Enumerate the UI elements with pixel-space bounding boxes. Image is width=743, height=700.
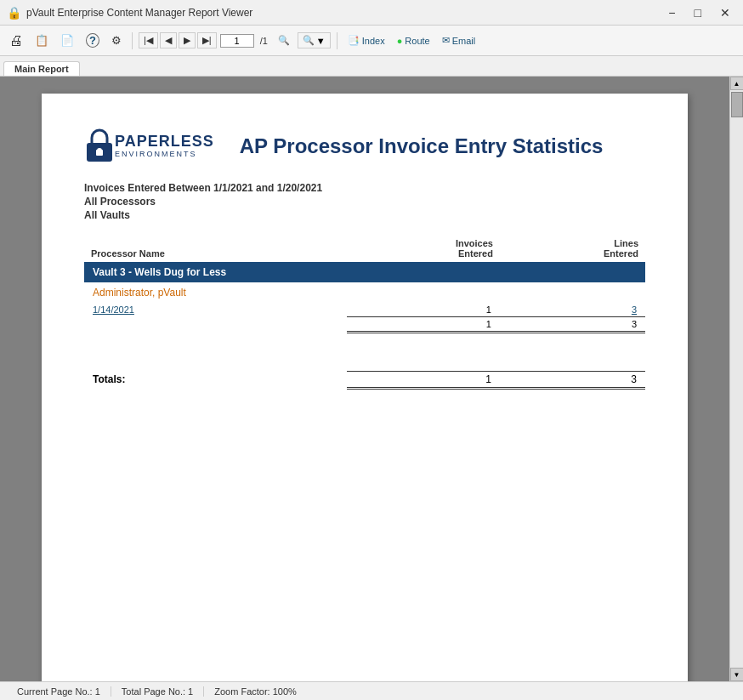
tab-bar: Main Report <box>0 56 743 77</box>
total-lines: 3 <box>500 371 645 388</box>
subtotal-invoices: 1 <box>347 317 500 333</box>
page-total-label: /1 <box>260 36 268 46</box>
index-label: Index <box>362 36 385 46</box>
toolbar-btn-2[interactable]: 📋 <box>31 31 53 49</box>
export-icon: 📋 <box>35 34 48 47</box>
nav-last-button[interactable]: ▶| <box>197 32 217 48</box>
totals-label: Totals: <box>84 371 347 388</box>
title-bar: 🔒 pVault Enterprise Content Manager Repo… <box>0 0 743 26</box>
processor-row: Administrator, pVault <box>84 282 645 303</box>
report-viewport[interactable]: PAPERLESS ENVIRONMENTS AP Processor Invo… <box>0 77 729 681</box>
col-invoices-entered: Invoices Entered <box>347 235 500 262</box>
app-icon: 🔒 <box>7 6 21 20</box>
copy-icon: 📄 <box>60 34 74 47</box>
svg-point-2 <box>97 148 102 153</box>
status-bar: Current Page No.: 1 Total Page No.: 1 Zo… <box>0 681 743 700</box>
close-button[interactable]: ✕ <box>714 3 736 22</box>
maximize-button[interactable]: □ <box>689 3 707 22</box>
zoom-status: Zoom Factor: 100% <box>204 686 307 697</box>
subtitle-date: Invoices Entered Between 1/1/2021 and 1/… <box>84 182 645 194</box>
window-title: pVault Enterprise Content Manager Report… <box>26 7 252 19</box>
subtotal-lines: 3 <box>500 317 645 333</box>
spacer-row-2 <box>84 354 645 371</box>
totals-double-lines <box>500 388 645 393</box>
zoom-icon: 🔍 <box>303 35 315 46</box>
report-page: PAPERLESS ENVIRONMENTS AP Processor Invo… <box>42 94 688 681</box>
invoices-count: 1 <box>347 303 500 317</box>
lines-count: 3 <box>500 303 645 317</box>
vertical-scrollbar[interactable]: ▲ ▼ <box>729 77 743 681</box>
logo-environments-text: ENVIRONMENTS <box>115 151 214 159</box>
nav-next-button[interactable]: ▶ <box>179 32 196 48</box>
nav-prev-button[interactable]: ◀ <box>160 32 177 48</box>
nav-first-button[interactable]: |◀ <box>139 32 158 48</box>
email-icon: ✉ <box>442 35 450 46</box>
separator-2 <box>337 32 337 49</box>
table-row: 1/14/2021 1 3 <box>84 303 645 317</box>
toolbar-btn-4[interactable]: ? <box>82 31 104 50</box>
email-button[interactable]: ✉ Email <box>438 32 480 48</box>
totals-double-underline-row <box>84 388 645 393</box>
print-icon: 🖨 <box>9 33 23 48</box>
scroll-down-button[interactable]: ▼ <box>730 668 744 681</box>
minimize-button[interactable]: − <box>662 3 681 22</box>
vault-header-row: Vault 3 - Wells Dug for Less <box>84 262 645 282</box>
toolbar-btn-5[interactable]: ⚙ <box>107 31 126 49</box>
index-button[interactable]: 📑 Index <box>343 32 389 48</box>
subtitle-vaults: All Vaults <box>84 209 645 221</box>
totals-row: Totals: 1 3 <box>84 371 645 388</box>
date-link[interactable]: 1/14/2021 <box>93 304 134 315</box>
zoom-arrow-icon: ▼ <box>316 36 326 46</box>
search-icon: 🔍 <box>278 35 290 46</box>
logo-lock-icon <box>84 128 115 165</box>
column-headers-row: Processor Name Invoices Entered Lines En… <box>84 235 645 262</box>
page-number-input[interactable] <box>220 34 254 48</box>
lines-link[interactable]: 3 <box>632 304 637 315</box>
total-invoices: 1 <box>347 371 500 388</box>
toolbar: 🖨 📋 📄 ? ⚙ |◀ ◀ ▶ ▶| /1 🔍 🔍 ▼ 📑 Index ● R… <box>0 26 743 56</box>
scroll-thumb[interactable] <box>731 92 743 117</box>
separator-1 <box>132 32 133 49</box>
zoom-button[interactable]: 🔍 ▼ <box>298 32 331 48</box>
report-subtitle: Invoices Entered Between 1/1/2021 and 1/… <box>84 182 645 221</box>
logo-area: PAPERLESS ENVIRONMENTS <box>84 128 214 165</box>
scroll-up-button[interactable]: ▲ <box>730 77 744 90</box>
help-icon: ? <box>86 33 99 48</box>
main-area: PAPERLESS ENVIRONMENTS AP Processor Invo… <box>0 77 743 681</box>
search-button[interactable]: 🔍 <box>274 32 294 48</box>
processor-name: Administrator, pVault <box>84 282 645 303</box>
index-icon: 📑 <box>348 35 360 46</box>
current-page-status: Current Page No.: 1 <box>7 686 111 697</box>
col-lines-entered: Lines Entered <box>500 235 645 262</box>
vault-name: Vault 3 - Wells Dug for Less <box>84 262 645 282</box>
total-page-status: Total Page No.: 1 <box>111 686 204 697</box>
subtitle-processors: All Processors <box>84 196 645 208</box>
settings-icon: ⚙ <box>111 34 122 47</box>
nav-controls: |◀ ◀ ▶ ▶| <box>139 32 217 48</box>
route-label: Route <box>405 36 429 46</box>
totals-double-invoices <box>347 388 500 393</box>
scroll-track[interactable] <box>730 90 743 668</box>
logo-text: PAPERLESS ENVIRONMENTS <box>115 134 214 159</box>
main-report-tab[interactable]: Main Report <box>3 61 80 76</box>
report-title: AP Processor Invoice Entry Statistics <box>240 134 604 158</box>
spacer-row <box>84 337 645 354</box>
col-processor-name: Processor Name <box>84 235 347 262</box>
toolbar-btn-1[interactable]: 🖨 <box>5 31 27 51</box>
report-table: Processor Name Invoices Entered Lines En… <box>84 235 645 393</box>
route-button[interactable]: ● Route <box>393 33 434 48</box>
email-label: Email <box>452 36 476 46</box>
route-icon: ● <box>397 36 403 46</box>
toolbar-btn-3[interactable]: 📄 <box>56 31 78 49</box>
report-header: PAPERLESS ENVIRONMENTS AP Processor Invo… <box>84 128 645 165</box>
logo-paperless-text: PAPERLESS <box>115 134 214 151</box>
subtotal-row: 1 3 <box>84 317 645 333</box>
